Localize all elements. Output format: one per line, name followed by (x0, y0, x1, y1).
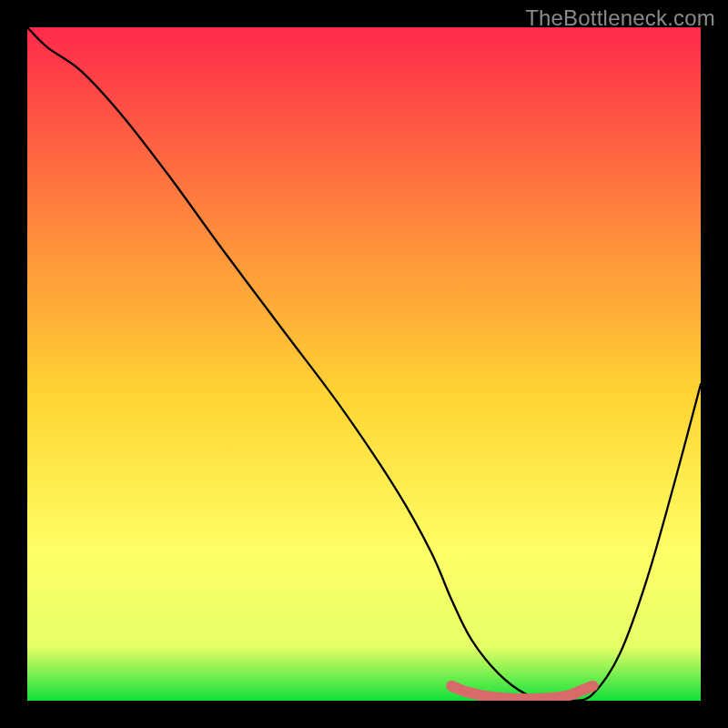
chart-frame: TheBottleneck.com (0, 0, 728, 728)
chart-background (27, 27, 701, 701)
chart-plot (27, 27, 701, 701)
chart-svg (27, 27, 701, 701)
